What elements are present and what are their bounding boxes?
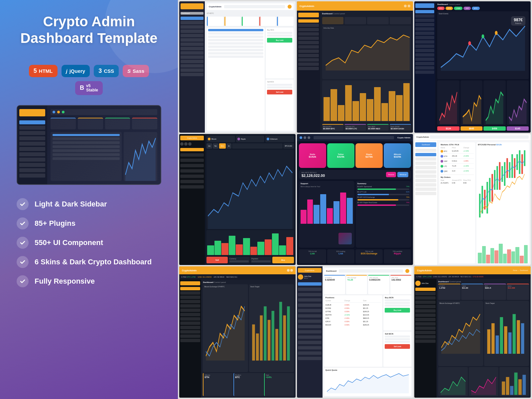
svg-rect-45 [518, 379, 522, 395]
screen-thumb-9: CryptoAdmin Home›Dashboard 0.7932 ETH 1.… [414, 266, 531, 398]
css-label: CSS [104, 68, 114, 74]
svg-rect-9 [494, 170, 495, 190]
svg-rect-30 [283, 316, 286, 361]
bootstrap-label: v5Stable [86, 84, 98, 92]
feature-2: 85+ Plugins [17, 217, 161, 229]
html-label: HTML [39, 68, 53, 74]
svg-rect-32 [487, 329, 490, 354]
feature-5: Fully Responsive [17, 275, 161, 287]
svg-rect-21 [524, 150, 525, 166]
html-icon: 5 [34, 67, 37, 74]
svg-rect-22 [252, 325, 255, 361]
check-icon-1 [17, 198, 29, 210]
sass-icon: S [127, 68, 131, 74]
svg-rect-26 [267, 320, 270, 360]
svg-rect-6 [486, 182, 488, 213]
right-panel: Dashboard CryptoAdmin [178, 0, 532, 399]
svg-rect-11 [499, 162, 500, 190]
css-badge: 3 CSS [94, 65, 119, 77]
jquery-badge: j jQuery [62, 65, 90, 77]
svg-rect-19 [519, 150, 520, 174]
feature-1: Light & Dark Sidebar [17, 198, 161, 210]
bootstrap-icon: B [80, 84, 84, 91]
svg-rect-43 [510, 386, 513, 395]
jquery-label: jQuery [69, 68, 85, 74]
screen-thumb-4: Crypto Admin [179, 134, 296, 265]
svg-rect-24 [260, 316, 262, 361]
feature-text-3: 550+ UI Component [35, 238, 103, 247]
svg-rect-34 [496, 335, 499, 354]
screen-thumb-1: Dashboard CryptoAdmin [179, 1, 296, 133]
check-icon-5 [17, 275, 29, 287]
check-icon-2 [17, 217, 29, 229]
svg-rect-40 [521, 323, 524, 354]
check-icon-4 [17, 256, 29, 268]
svg-rect-25 [264, 307, 266, 361]
check-icon-3 [17, 237, 29, 249]
svg-rect-29 [279, 302, 282, 361]
jquery-icon: j [66, 68, 67, 74]
sass-badge: S Sass [123, 65, 149, 77]
screen-thumb-5: Crypto Admin Stolis $152k Tether $325k R… [297, 134, 413, 265]
svg-rect-27 [271, 311, 274, 360]
svg-rect-12 [501, 166, 503, 182]
main-title: Crypto Admin Dashboard Template [17, 13, 161, 47]
screen-thumb-8: CryptoAdmin John Doe Admin [297, 266, 413, 398]
feature-3: 550+ UI Component [17, 237, 161, 249]
features-list: Light & Dark Sidebar 85+ Plugins 550+ UI… [17, 198, 161, 287]
svg-rect-44 [514, 373, 517, 395]
screen-thumb-6: CryptoAdmin Dashboard [414, 134, 531, 265]
feature-text-5: Fully Responsive [35, 277, 95, 286]
svg-rect-31 [287, 307, 290, 361]
svg-rect-41 [502, 382, 505, 395]
svg-rect-42 [506, 377, 509, 395]
svg-rect-18 [516, 154, 518, 170]
svg-rect-14 [506, 158, 508, 178]
feature-text-1: Light & Dark Sidebar [35, 200, 107, 208]
svg-rect-28 [275, 329, 278, 361]
screen-thumb-7: CryptoAdmin 0.7932 ETH 1.2792 GAMℰ $11.9… [179, 266, 296, 398]
feature-4: 6 Skins & Dark Crypto Dashboard [17, 256, 161, 268]
svg-point-2 [495, 31, 498, 35]
svg-rect-23 [256, 333, 258, 361]
svg-rect-37 [508, 332, 512, 354]
dashboard-preview [17, 105, 161, 185]
screen-thumb-2: CryptoAdmin [297, 1, 413, 133]
bootstrap-badge: B v5Stable [75, 81, 103, 95]
css-icon: 3 [98, 67, 102, 74]
svg-rect-33 [491, 323, 495, 354]
sass-label: Sass [133, 68, 144, 74]
svg-rect-39 [517, 320, 520, 354]
svg-point-0 [468, 41, 471, 45]
feature-text-2: 85+ Plugins [35, 219, 75, 228]
screen-thumb-3: Dashboard Control panel BTC ETH LAMA XRP… [414, 1, 531, 133]
feature-text-4: 6 Skins & Dark Crypto Dashboard [35, 258, 152, 266]
left-panel: Crypto Admin Dashboard Template 5 HTML j… [0, 0, 178, 399]
svg-point-1 [482, 34, 484, 38]
svg-rect-38 [512, 314, 516, 353]
svg-rect-46 [522, 375, 526, 395]
html-badge: 5 HTML [29, 65, 58, 77]
svg-rect-35 [500, 317, 503, 354]
svg-rect-36 [504, 326, 507, 354]
title-block: Crypto Admin Dashboard Template [17, 13, 161, 47]
tech-badges: 5 HTML j jQuery 3 CSS S Sass B v5Stable [17, 65, 161, 95]
